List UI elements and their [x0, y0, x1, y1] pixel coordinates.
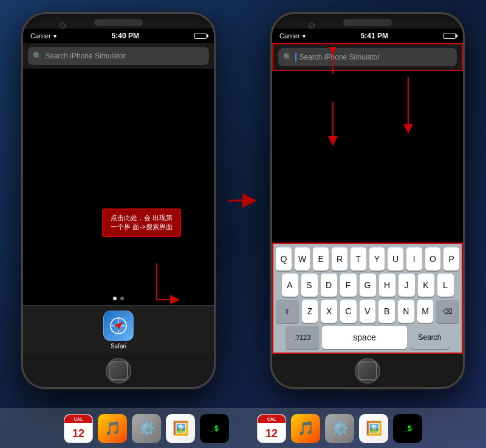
key-row-4: .?123 space Search — [276, 326, 459, 349]
left-home-content: 点击此处，会 出现第一个界 面->搜索界面 — [23, 69, 214, 292]
left-search-icon: 🔍 — [33, 52, 42, 60]
left-speaker — [94, 19, 143, 26]
right-phone-top — [272, 14, 463, 29]
key-u[interactable]: U — [388, 247, 403, 271]
mac-app-settings-left[interactable]: ⚙️ — [132, 414, 161, 443]
right-home-button[interactable] — [355, 358, 380, 384]
key-x[interactable]: X — [321, 300, 337, 323]
left-battery-icon — [194, 33, 207, 39]
phones-arrow — [228, 191, 258, 210]
left-search-bar[interactable]: 🔍 Search iPhone Simulator — [28, 47, 209, 65]
left-home-button-area — [23, 354, 214, 387]
key-row-1: Q W E R T Y U I O P — [276, 247, 459, 271]
desktop: Carrier ▾ 5:40 PM 🔍 Search iPhone Simula… — [0, 0, 486, 448]
key-p[interactable]: P — [443, 247, 459, 271]
left-safari-icon — [103, 311, 134, 341]
left-status-bar: Carrier ▾ 5:40 PM — [23, 29, 214, 43]
right-status-bar: Carrier ▾ 5:41 PM — [272, 29, 463, 43]
right-screen: Carrier ▾ 5:41 PM 🔍 Search iPh — [272, 29, 463, 354]
right-search-container: 🔍 Search iPhone Simulator — [272, 43, 463, 71]
key-s[interactable]: S — [301, 274, 318, 297]
mac-app-terminal-left[interactable]: _$ — [200, 414, 229, 443]
left-annotation-box: 点击此处，会 出现第一个界 面->搜索界面 — [102, 208, 181, 237]
mac-taskbar: CAL 12 🎵 ⚙️ 🖼️ _$ CAL 12 🎵 ⚙️ 🖼️ _$ — [0, 408, 486, 448]
key-l[interactable]: L — [437, 274, 454, 297]
right-keyboard: Q W E R T Y U I O P A — [272, 243, 463, 354]
key-n[interactable]: N — [398, 300, 414, 323]
left-carrier: Carrier ▾ — [30, 32, 56, 40]
right-time: 5:41 PM — [361, 32, 388, 40]
key-f[interactable]: F — [340, 274, 357, 297]
right-arrow-to-keyboard-2 — [390, 77, 426, 138]
left-search-container: 🔍 Search iPhone Simulator — [23, 43, 214, 69]
left-screen: Carrier ▾ 5:40 PM 🔍 Search iPhone Simula… — [23, 29, 214, 354]
svg-marker-3 — [114, 319, 125, 330]
key-m[interactable]: M — [417, 300, 434, 323]
left-home-button[interactable] — [106, 358, 131, 384]
key-v[interactable]: V — [360, 300, 376, 323]
key-r[interactable]: R — [332, 247, 347, 271]
left-phone-wrapper: Carrier ▾ 5:40 PM 🔍 Search iPhone Simula… — [21, 12, 216, 389]
left-time: 5:40 PM — [112, 32, 139, 40]
mac-app-calendar-right[interactable]: CAL 12 — [257, 414, 286, 443]
left-dock: Safari — [23, 305, 214, 354]
key-numbers[interactable]: .?123 — [286, 326, 319, 349]
key-a[interactable]: A — [282, 274, 298, 297]
right-camera — [309, 22, 315, 29]
key-q[interactable]: Q — [276, 247, 292, 271]
key-j[interactable]: J — [399, 274, 415, 297]
arrow-svg — [228, 191, 258, 210]
key-t[interactable]: T — [351, 247, 366, 271]
mac-app-terminal-right[interactable]: _$ — [393, 414, 422, 443]
key-k[interactable]: K — [418, 274, 434, 297]
right-battery — [443, 33, 456, 39]
key-search-btn[interactable]: Search — [410, 326, 450, 349]
right-phone-wrapper: 进入第一界面，搜索界面后，会自动显示出键盘 想要取消下面的键盘，可以直接回车（输… — [270, 12, 465, 389]
right-phone: Carrier ▾ 5:41 PM 🔍 Search iPh — [270, 12, 465, 389]
right-arrow-to-keyboard — [309, 102, 357, 150]
left-safari-label: Safari — [111, 343, 126, 350]
key-w[interactable]: W — [295, 247, 310, 271]
left-phone: Carrier ▾ 5:40 PM 🔍 Search iPhone Simula… — [21, 12, 216, 389]
key-b[interactable]: B — [378, 300, 395, 323]
mac-app-itunes-left[interactable]: 🎵 — [98, 414, 127, 443]
right-empty-screen — [272, 71, 463, 243]
key-row-2: A S D F G H J K L — [276, 274, 459, 297]
right-carrier: Carrier ▾ — [279, 32, 306, 40]
key-y[interactable]: Y — [369, 247, 385, 271]
key-shift[interactable]: ⇧ — [276, 300, 299, 323]
left-camera — [60, 22, 66, 29]
left-search-placeholder: Search iPhone Simulator — [45, 52, 126, 60]
left-annotation-arrow — [145, 263, 181, 312]
mac-app-photos-left[interactable]: 🖼️ — [166, 414, 195, 443]
key-z[interactable]: Z — [302, 300, 318, 323]
left-phone-top — [23, 14, 214, 29]
key-row-3: ⇧ Z X C V B N M ⌫ — [276, 300, 459, 323]
mac-app-calendar-left[interactable]: CAL 12 — [64, 414, 93, 443]
right-speaker — [343, 19, 392, 26]
right-search-placeholder: Search iPhone Simulator — [299, 53, 380, 61]
left-safari-app[interactable]: Safari — [103, 311, 134, 350]
left-battery — [194, 33, 207, 39]
key-space[interactable]: space — [322, 326, 407, 349]
mac-app-settings-right[interactable]: ⚙️ — [325, 414, 354, 443]
left-dot-1 — [113, 297, 117, 300]
right-search-icon: 🔍 — [283, 53, 292, 61]
key-e[interactable]: E — [313, 247, 329, 271]
right-cursor — [295, 53, 296, 61]
right-home-button-area — [272, 354, 463, 387]
right-battery-icon — [443, 33, 456, 39]
mac-app-photos-right[interactable]: 🖼️ — [359, 414, 388, 443]
key-c[interactable]: C — [340, 300, 357, 323]
left-home-button-inner — [109, 361, 128, 381]
key-i[interactable]: I — [406, 247, 422, 271]
left-dot-2 — [120, 297, 124, 300]
key-delete[interactable]: ⌫ — [436, 300, 459, 323]
right-home-button-inner — [358, 361, 377, 381]
key-h[interactable]: H — [379, 274, 395, 297]
key-d[interactable]: D — [321, 274, 337, 297]
key-o[interactable]: O — [425, 247, 441, 271]
key-g[interactable]: G — [360, 274, 376, 297]
mac-app-itunes-right[interactable]: 🎵 — [291, 414, 320, 443]
right-search-bar[interactable]: 🔍 Search iPhone Simulator — [278, 48, 457, 66]
